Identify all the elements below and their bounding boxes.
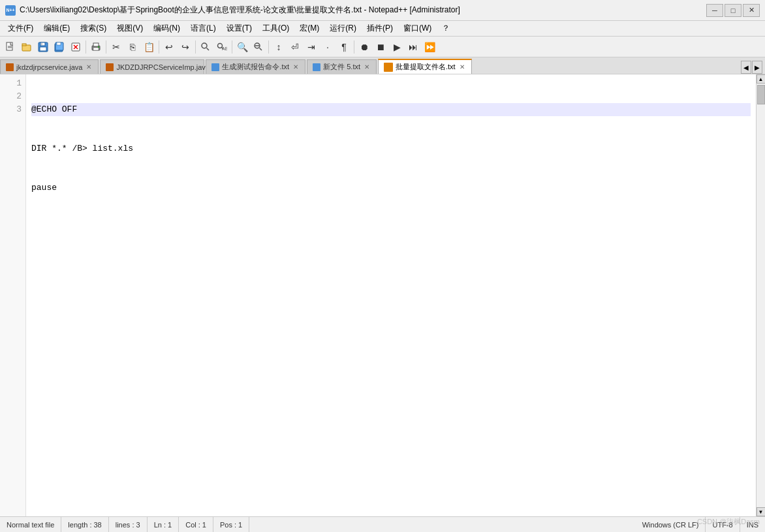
maximize-button[interactable]: □	[725, 4, 742, 17]
menu-tools[interactable]: 工具(O)	[257, 22, 294, 35]
close-button[interactable]: ✕	[743, 4, 760, 17]
eol-button[interactable]: ¶	[336, 39, 352, 55]
title-bar: N++ C:\Users\lixiliang02\Desktop\基于Sprin…	[0, 0, 765, 21]
editor-container: 1 2 3 @ECHO OFF DIR *.* /B> list.xls pau…	[0, 74, 765, 516]
scroll-thumb[interactable]	[757, 85, 765, 104]
tab-scroll-left[interactable]: ◀	[741, 61, 751, 74]
tab-jkdzdjrpcservice[interactable]: jkdzdjrpcservice.java ✕	[0, 59, 99, 74]
tab-generate-report[interactable]: 生成测试报告命令.txt ✕	[206, 59, 305, 74]
menu-search[interactable]: 搜索(S)	[75, 22, 112, 35]
tab-jkdzdjrpcserviceimp[interactable]: JKDZDJRPCServiceImp.java ✕	[100, 59, 204, 74]
save-button[interactable]	[35, 39, 51, 55]
cut-button[interactable]: ✂	[108, 39, 124, 55]
zoom-out-button[interactable]	[251, 39, 266, 55]
macro-play-button[interactable]: ▶	[389, 39, 405, 55]
vertical-scrollbar[interactable]: ▲ ▼	[756, 74, 765, 516]
svg-point-20	[202, 43, 207, 48]
tab-bar: jkdzdjrpcservice.java ✕ JKDZDJRPCService…	[0, 57, 765, 74]
scroll-up-button[interactable]: ▲	[757, 74, 766, 84]
toolbar-separator-2	[106, 40, 106, 54]
toolbar-separator-4	[195, 40, 196, 54]
editor-line-1: @ECHO OFF	[31, 103, 751, 116]
svg-line-21	[207, 48, 210, 50]
menu-encoding[interactable]: 编码(N)	[148, 22, 185, 35]
undo-button[interactable]: ↩	[161, 39, 177, 55]
menu-language[interactable]: 语言(L)	[185, 22, 221, 35]
print-button[interactable]	[88, 39, 104, 55]
tab-scroll-controls: ◀ ▶	[741, 61, 765, 74]
tab-close-1[interactable]: ✕	[85, 63, 93, 70]
menu-settings[interactable]: 设置(T)	[221, 22, 257, 35]
whitespace-button[interactable]: ·	[320, 39, 336, 55]
macro-save-button[interactable]: ⏭	[405, 39, 421, 55]
status-ins: INS	[740, 517, 765, 532]
window-controls: ─ □ ✕	[706, 4, 760, 17]
ln-label: Ln : 1	[154, 521, 172, 529]
tab-new-file-5[interactable]: 新文件 5.txt ✕	[307, 59, 377, 74]
tab-label-1: jkdzdjrpcservice.java	[16, 63, 82, 71]
toolbar-separator-3	[159, 40, 159, 54]
replace-button[interactable]: AB	[214, 39, 230, 55]
menu-window[interactable]: 窗口(W)	[398, 22, 437, 35]
tab-icon-txt-1	[211, 63, 219, 71]
menu-run[interactable]: 运行(R)	[324, 22, 362, 35]
sync-scroll-button[interactable]: ↕	[271, 39, 287, 55]
tab-icon-active	[384, 63, 393, 72]
status-pos: Pos : 1	[213, 517, 249, 532]
tab-scroll-right[interactable]: ▶	[752, 61, 762, 74]
line-num-3: 3	[0, 103, 25, 116]
menu-bar: 文件(F) 编辑(E) 搜索(S) 视图(V) 编码(N) 语言(L) 设置(T…	[0, 21, 765, 37]
tab-close-5[interactable]: ✕	[458, 63, 466, 70]
scroll-track	[757, 84, 765, 507]
menu-edit[interactable]: 编辑(E)	[39, 22, 75, 35]
svg-rect-12	[57, 42, 61, 45]
line-num-2: 2	[0, 90, 25, 103]
lines-label: lines : 3	[116, 521, 140, 529]
find-button[interactable]	[198, 39, 213, 55]
tab-close-3[interactable]: ✕	[292, 63, 300, 70]
tab-close-4[interactable]: ✕	[363, 63, 371, 70]
toolbar-separator-6	[268, 40, 269, 54]
menu-view[interactable]: 视图(V)	[112, 22, 148, 35]
open-file-button[interactable]	[19, 39, 35, 55]
macro-record-button[interactable]: ⏺	[356, 39, 372, 55]
svg-rect-8	[41, 43, 42, 45]
status-ln: Ln : 1	[148, 517, 180, 532]
length-label: length : 38	[68, 521, 101, 529]
tab-icon-java-2	[106, 63, 114, 71]
tab-label-4: 新文件 5.txt	[323, 62, 360, 72]
editor-line-2: DIR *.* /B> list.xls	[31, 142, 751, 155]
redo-button[interactable]: ↪	[178, 39, 193, 55]
tab-label-3: 生成测试报告命令.txt	[222, 62, 289, 72]
tab-icon-txt-2	[313, 63, 320, 71]
menu-file[interactable]: 文件(F)	[3, 22, 39, 35]
toolbar-separator-1	[86, 40, 86, 54]
ins-label: INS	[747, 521, 758, 529]
indent-guide-button[interactable]: ⇥	[304, 39, 319, 55]
save-all-button[interactable]	[52, 39, 67, 55]
minimize-button[interactable]: ─	[706, 4, 723, 17]
menu-help[interactable]: ？	[437, 22, 455, 35]
tab-label-2: JKDZDJRPCServiceImp.java	[116, 63, 209, 71]
run-macro-button[interactable]: ⏩	[422, 39, 437, 55]
toolbar-separator-5	[232, 40, 232, 54]
scroll-down-button[interactable]: ▼	[757, 507, 766, 516]
editor-line-3: pause	[31, 181, 751, 195]
svg-rect-18	[93, 48, 99, 50]
macro-stop-button[interactable]: ⏹	[373, 39, 388, 55]
zoom-in-button[interactable]: 🔍	[234, 39, 250, 55]
menu-macro[interactable]: 宏(M)	[294, 22, 324, 35]
editor-content[interactable]: @ECHO OFF DIR *.* /B> list.xls pause	[26, 74, 756, 516]
paste-button[interactable]: 📋	[141, 39, 157, 55]
status-bar: Normal text file length : 38 lines : 3 L…	[0, 516, 765, 532]
tab-batch-extract[interactable]: 批量提取文件名.txt ✕	[378, 59, 472, 74]
svg-rect-4	[22, 44, 26, 46]
svg-rect-7	[40, 47, 46, 51]
menu-plugins[interactable]: 插件(P)	[362, 22, 398, 35]
copy-button[interactable]: ⎘	[125, 39, 140, 55]
svg-text:AB: AB	[222, 46, 227, 51]
close-button-tb[interactable]	[68, 39, 84, 55]
status-line-ending: Windows (CR LF)	[636, 517, 706, 532]
new-file-button[interactable]	[3, 39, 18, 55]
word-wrap-button[interactable]: ⏎	[287, 39, 303, 55]
